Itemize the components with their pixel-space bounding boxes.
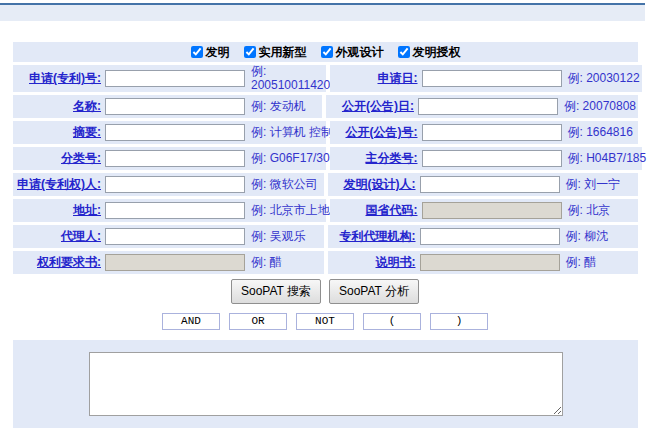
description-label-link[interactable]: 说明书: <box>330 254 416 271</box>
filter-invention[interactable]: 发明 <box>191 44 230 61</box>
main-classification-cell: 主分类号: 例: H04B7/185 <box>330 147 643 170</box>
address-example: 例: 北京市上地 <box>251 204 330 218</box>
title-input[interactable] <box>105 98 245 115</box>
invention-checkbox[interactable] <box>191 46 203 58</box>
granted-invention-checkbox[interactable] <box>398 46 410 58</box>
title-example: 例: 发动机 <box>251 100 306 114</box>
publication-number-input[interactable] <box>422 124 562 141</box>
form-row: 名称: 例: 发动机 公开(公告)日: 例: 20070808 <box>13 95 638 118</box>
utility-model-label: 实用新型 <box>259 44 307 61</box>
inventor-label-link[interactable]: 发明(设计)人: <box>330 176 416 193</box>
design-label: 外观设计 <box>336 44 384 61</box>
inventor-input[interactable] <box>420 176 560 193</box>
application-date-example: 例: 20030122 <box>568 72 640 86</box>
province-code-example: 例: 北京 <box>568 204 611 218</box>
claims-cell: 权利要求书: 例: 醋 <box>13 251 324 274</box>
agency-input[interactable] <box>420 228 560 245</box>
application-date-label-link[interactable]: 申请日: <box>332 70 418 87</box>
search-form-panel: 发明 实用新型 外观设计 发明授权 申请(专利)号: 例: 2005100114… <box>13 42 638 274</box>
title-cell: 名称: 例: 发动机 <box>13 95 322 118</box>
abstract-label-link[interactable]: 摘要: <box>15 124 101 141</box>
form-row: 申请(专利)号: 例: 200510011420.0 申请日: 例: 20030… <box>13 65 638 92</box>
or-operator-button[interactable]: OR <box>229 313 287 330</box>
claims-example: 例: 醋 <box>251 256 282 270</box>
operator-buttons-row: AND OR NOT ( ) <box>0 313 650 330</box>
agent-label-link[interactable]: 代理人: <box>15 228 101 245</box>
inventor-example: 例: 刘一宁 <box>566 178 621 192</box>
abstract-example: 例: 计算机 控制 <box>251 126 333 140</box>
action-buttons-row: SooPAT 搜索 SooPAT 分析 <box>0 279 650 304</box>
form-row: 申请(专利权)人: 例: 微软公司 发明(设计)人: 例: 刘一宁 <box>13 173 638 196</box>
agency-cell: 专利代理机构: 例: 柳沈 <box>328 225 639 248</box>
main-classification-example: 例: H04B7/185 <box>568 152 647 166</box>
classification-cell: 分类号: 例: G06F17/30 <box>13 147 326 170</box>
agency-label-link[interactable]: 专利代理机构: <box>330 228 416 245</box>
abstract-cell: 摘要: 例: 计算机 控制 <box>13 121 326 144</box>
utility-model-checkbox[interactable] <box>244 46 256 58</box>
abstract-input[interactable] <box>105 124 245 141</box>
filter-granted-invention[interactable]: 发明授权 <box>398 44 461 61</box>
open-paren-button[interactable]: ( <box>363 313 421 330</box>
application-number-cell: 申请(专利)号: 例: 200510011420.0 <box>13 65 326 92</box>
province-code-cell: 国省代码: 例: 北京 <box>330 199 639 222</box>
agent-cell: 代理人: 例: 吴观乐 <box>13 225 324 248</box>
granted-invention-label: 发明授权 <box>413 44 461 61</box>
main-classification-label-link[interactable]: 主分类号: <box>332 150 418 167</box>
publication-number-example: 例: 1664816 <box>568 126 633 140</box>
application-number-example: 例: 200510011420.0 <box>251 65 329 93</box>
description-cell: 说明书: 例: 醋 <box>328 251 639 274</box>
publication-date-input[interactable] <box>418 98 558 115</box>
filter-utility-model[interactable]: 实用新型 <box>244 44 307 61</box>
address-input[interactable] <box>105 202 245 219</box>
province-code-label-link[interactable]: 国省代码: <box>332 202 418 219</box>
form-row: 摘要: 例: 计算机 控制 公开(公告)号: 例: 1664816 <box>13 121 638 144</box>
classification-input[interactable] <box>105 150 245 167</box>
publication-date-example: 例: 20070808 <box>564 100 636 114</box>
and-operator-button[interactable]: AND <box>162 313 220 330</box>
expression-panel <box>13 340 638 428</box>
search-expression-textarea[interactable] <box>89 352 563 416</box>
patent-type-filter-row: 发明 实用新型 外观设计 发明授权 <box>13 42 638 62</box>
description-input <box>420 254 560 271</box>
invention-label: 发明 <box>206 44 230 61</box>
claims-label-link[interactable]: 权利要求书: <box>15 254 101 271</box>
application-number-label-link[interactable]: 申请(专利)号: <box>15 70 101 87</box>
main-classification-input[interactable] <box>422 150 562 167</box>
form-row: 权利要求书: 例: 醋 说明书: 例: 醋 <box>13 251 638 274</box>
form-row: 地址: 例: 北京市上地 国省代码: 例: 北京 <box>13 199 638 222</box>
application-number-input[interactable] <box>105 70 245 87</box>
not-operator-button[interactable]: NOT <box>296 313 354 330</box>
form-row: 分类号: 例: G06F17/30 主分类号: 例: H04B7/185 <box>13 147 638 170</box>
title-label-link[interactable]: 名称: <box>15 98 101 115</box>
agency-example: 例: 柳沈 <box>566 230 609 244</box>
publication-date-label-link[interactable]: 公开(公告)日: <box>328 98 414 115</box>
publication-number-cell: 公开(公告)号: 例: 1664816 <box>330 121 639 144</box>
inventor-cell: 发明(设计)人: 例: 刘一宁 <box>328 173 639 196</box>
filter-design[interactable]: 外观设计 <box>321 44 384 61</box>
soopat-search-button[interactable]: SooPAT 搜索 <box>231 279 321 304</box>
classification-label-link[interactable]: 分类号: <box>15 150 101 167</box>
soopat-analyze-button[interactable]: SooPAT 分析 <box>329 279 419 304</box>
close-paren-button[interactable]: ) <box>430 313 488 330</box>
applicant-example: 例: 微软公司 <box>251 178 318 192</box>
agent-example: 例: 吴观乐 <box>251 230 306 244</box>
agent-input[interactable] <box>105 228 245 245</box>
publication-date-cell: 公开(公告)日: 例: 20070808 <box>326 95 638 118</box>
applicant-input[interactable] <box>105 176 245 193</box>
publication-number-label-link[interactable]: 公开(公告)号: <box>332 124 418 141</box>
description-example: 例: 醋 <box>566 256 597 270</box>
application-date-cell: 申请日: 例: 20030122 <box>330 65 642 92</box>
province-code-input <box>422 202 562 219</box>
classification-example: 例: G06F17/30 <box>251 152 330 166</box>
design-checkbox[interactable] <box>321 46 333 58</box>
application-date-input[interactable] <box>422 70 562 87</box>
applicant-label-link[interactable]: 申请(专利权)人: <box>15 176 101 193</box>
form-row: 代理人: 例: 吴观乐 专利代理机构: 例: 柳沈 <box>13 225 638 248</box>
address-cell: 地址: 例: 北京市上地 <box>13 199 326 222</box>
claims-input <box>105 254 245 271</box>
top-header-bar <box>0 3 645 21</box>
address-label-link[interactable]: 地址: <box>15 202 101 219</box>
applicant-cell: 申请(专利权)人: 例: 微软公司 <box>13 173 324 196</box>
